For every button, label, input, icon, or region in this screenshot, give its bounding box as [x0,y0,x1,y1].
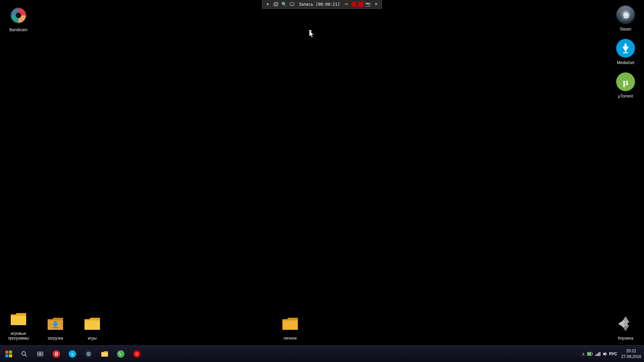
korzina-label: Корзина [618,336,633,341]
svg-point-47 [117,350,124,358]
igry-folder-icon [82,313,103,335]
start-button[interactable] [1,347,16,361]
taskbar-record-btn[interactable] [129,347,144,361]
svg-rect-51 [592,353,593,355]
taskbar: Я S [0,345,644,362]
battery-icon [587,352,593,356]
language-indicator[interactable]: РУС [609,352,617,356]
bandicam-icon [8,5,29,26]
svg-rect-39 [41,354,43,356]
steam-label: Steam [620,27,632,32]
svg-marker-57 [603,352,606,356]
taskbar-taskview-btn[interactable] [33,347,48,361]
svg-rect-24 [52,327,58,328]
svg-rect-2 [274,3,277,6]
mediaget-desktop-icon[interactable]: MediaGet [610,36,641,66]
tb-timer: Запись [00:00:21] [297,2,342,7]
tb-pause-btn[interactable] [358,2,363,7]
bottom-left-icons: игровые программы загрузки игры [3,307,107,342]
zagruzki-folder-icon [45,313,66,335]
svg-rect-32 [5,354,8,357]
tb-stop-btn[interactable] [351,2,357,7]
lichnoe-label: личное [283,336,297,341]
svg-point-28 [624,322,627,325]
tb-zoom-btn[interactable]: 🔍 [281,1,287,8]
mouse-cursor [309,30,311,35]
mediaget-icon [615,38,636,59]
svg-rect-37 [41,352,43,354]
svg-rect-54 [597,354,598,356]
lichnoe-folder-icon [279,313,301,335]
utorrent-icon: µ [615,71,636,93]
svg-rect-56 [599,352,600,356]
zagruzki-icon[interactable]: загрузки [40,312,70,342]
igry-label: игры [88,336,97,341]
svg-rect-53 [595,355,596,356]
igrovye-folder-icon [8,308,29,330]
svg-rect-36 [38,352,40,354]
tb-screen-btn[interactable] [289,1,296,8]
tb-dropdown-btn[interactable]: ▾ [265,1,271,8]
taskbar-search-btn[interactable] [17,347,32,361]
svg-line-35 [25,355,27,356]
taskbar-tray: ∧ РУС 20:21 27.09.2016 [579,346,644,362]
clock-time: 20:21 [621,348,641,354]
korzina-bin-icon [615,313,636,335]
svg-rect-33 [9,354,12,357]
bandicam-label: Bandicam [9,27,27,32]
svg-marker-29 [309,31,314,38]
svg-point-1 [16,13,21,18]
tb-edit-btn[interactable]: ✏ [343,1,350,8]
utorrent-desktop-icon[interactable]: µ µTorrent [610,70,641,100]
taskbar-clock[interactable]: 20:21 27.09.2016 [621,348,641,360]
utorrent-label: µTorrent [618,94,633,99]
svg-rect-4 [290,3,294,5]
steam-icon [615,4,636,25]
taskbar-explorer-btn[interactable] [97,347,112,361]
svg-point-8 [625,15,627,17]
steam-desktop-icon[interactable]: Steam [610,3,641,33]
right-icons-panel: Steam MediaGet µ µTorrent [607,0,644,100]
mediaget-label: MediaGet [617,60,634,65]
svg-rect-3 [275,2,278,5]
tb-dup-btn[interactable] [273,1,279,8]
volume-icon [602,351,607,357]
clock-date: 27.09.2016 [621,354,641,360]
igrovye-icon[interactable]: игровые программы [3,307,34,342]
svg-rect-31 [9,351,12,354]
tb-screenshot-btn[interactable]: 📷 [365,1,371,8]
network-icon [595,352,600,356]
svg-point-46 [88,353,89,355]
lichnoe-icon[interactable]: личное [275,312,305,342]
svg-rect-30 [5,351,8,354]
igrovye-label: игровые программы [7,331,30,341]
taskbar-greenapp-btn[interactable] [113,347,128,361]
tray-expand-btn[interactable]: ∧ [582,351,585,357]
bandicam-desktop-icon[interactable]: Bandicam [0,0,37,37]
svg-point-49 [135,352,139,356]
zagruzki-label: загрузки [48,336,63,341]
svg-rect-52 [588,353,591,355]
taskbar-yandex-btn[interactable]: Я [49,347,64,361]
taskbar-skype-btn[interactable]: S [65,347,80,361]
svg-rect-38 [38,354,40,356]
korzina-icon[interactable]: Корзина [610,312,641,342]
taskbar-steam-btn[interactable] [81,347,96,361]
tb-close-btn[interactable]: ✕ [373,1,379,8]
svg-rect-55 [598,353,599,356]
svg-text:S: S [71,352,73,357]
bandicam-toolbar: ▾ 🔍 Запись [00:00:21] ✏ 📷 ✕ [262,0,382,9]
svg-text:Я: Я [55,352,58,357]
svg-text:µ: µ [623,77,628,87]
igry-icon[interactable]: игры [77,312,107,342]
svg-rect-20 [625,52,627,53]
